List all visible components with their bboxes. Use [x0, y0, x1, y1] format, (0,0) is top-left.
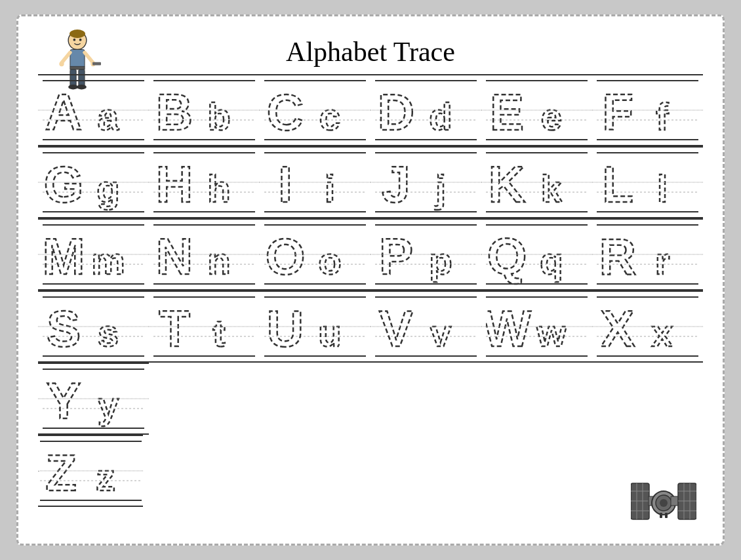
svg-point-12: [59, 62, 64, 66]
svg-text:g: g: [96, 167, 119, 210]
letter-cell-p: Pp: [370, 218, 481, 290]
svg-text:L: L: [602, 155, 633, 213]
svg-text:r: r: [655, 239, 670, 282]
svg-text:o: o: [318, 239, 341, 282]
svg-rect-155: [660, 513, 662, 518]
letter-cell-d: Dd: [370, 74, 481, 146]
svg-text:Q: Q: [487, 228, 527, 285]
svg-text:A: A: [45, 83, 82, 141]
svg-text:s: s: [98, 311, 119, 354]
svg-text:c: c: [319, 95, 340, 138]
letter-cell-l: Ll: [592, 146, 703, 218]
letter-cell-j: Jj: [370, 146, 481, 218]
svg-text:m: m: [91, 239, 125, 282]
letter-cell-b: Bb: [149, 74, 260, 146]
svg-rect-157: [671, 496, 679, 506]
letter-cell-t: Tt: [149, 290, 260, 363]
svg-text:d: d: [429, 95, 452, 138]
svg-point-2: [73, 39, 76, 41]
svg-text:E: E: [490, 83, 524, 141]
letter-cell-s: Ss: [38, 290, 149, 363]
worksheet-page: Alphabet Trace AaBbCcDdEeFfGgHhIiJjKkLlM…: [16, 14, 725, 546]
svg-text:e: e: [541, 95, 562, 138]
svg-text:V: V: [379, 300, 413, 357]
letter-cell-e: Ee: [481, 74, 592, 146]
letter-cell-m: Mm: [38, 218, 149, 290]
svg-text:j: j: [435, 167, 446, 210]
svg-text:B: B: [156, 83, 193, 141]
alphabet-grid: AaBbCcDdEeFfGgHhIiJjKkLlMmNnOoPpQqRrSsTt…: [38, 74, 703, 435]
svg-text:h: h: [207, 167, 230, 210]
letter-cell-w: Ww: [481, 290, 592, 363]
svg-text:q: q: [540, 239, 563, 282]
letter-cell-y: Yy: [38, 363, 149, 435]
letter-cell-k: Kk: [481, 146, 592, 218]
svg-text:U: U: [267, 300, 304, 357]
letter-cell-v: Vv: [370, 290, 481, 363]
letter-cell-i: Ii: [260, 146, 370, 218]
letter-cell-n: Nn: [149, 218, 260, 290]
svg-text:b: b: [207, 95, 230, 138]
svg-rect-156: [665, 513, 668, 518]
svg-text:u: u: [318, 311, 341, 354]
letter-cell-f: Ff: [592, 74, 703, 146]
letter-cell-u: Uu: [260, 290, 370, 363]
letter-cell-x: Xx: [592, 290, 703, 363]
svg-text:X: X: [601, 300, 635, 357]
svg-text:C: C: [267, 83, 304, 141]
svg-point-154: [660, 499, 668, 507]
svg-text:z: z: [96, 456, 115, 498]
svg-text:k: k: [541, 167, 563, 210]
letter-cell-r: Rr: [592, 218, 703, 290]
svg-point-1: [70, 30, 85, 38]
svg-text:x: x: [652, 311, 673, 354]
svg-text:t: t: [212, 311, 225, 354]
svg-text:K: K: [489, 155, 525, 213]
letter-cell-g: Gg: [38, 146, 149, 218]
letter-cell-o: Oo: [260, 218, 370, 290]
svg-text:W: W: [486, 300, 531, 357]
svg-text:a: a: [98, 95, 119, 138]
svg-text:P: P: [379, 228, 413, 285]
svg-text:I: I: [278, 155, 292, 213]
svg-text:i: i: [325, 167, 335, 210]
svg-text:p: p: [429, 239, 452, 282]
letter-cell-c: Cc: [260, 74, 370, 146]
letter-cell-q: Qq: [481, 218, 592, 290]
svg-text:T: T: [159, 300, 190, 357]
svg-line-10: [62, 52, 70, 63]
svg-text:n: n: [207, 239, 230, 282]
svg-text:N: N: [156, 228, 193, 285]
letter-cell-z: Zz: [38, 435, 143, 507]
page-title: Alphabet Trace: [38, 36, 703, 68]
svg-text:y: y: [98, 384, 119, 426]
tie-fighter-icon: [631, 478, 696, 530]
svg-text:l: l: [657, 167, 668, 210]
svg-text:M: M: [43, 228, 85, 285]
svg-text:S: S: [47, 300, 81, 357]
svg-text:Y: Y: [47, 372, 81, 430]
svg-text:G: G: [44, 155, 84, 213]
svg-text:O: O: [266, 228, 306, 285]
svg-rect-14: [92, 62, 101, 66]
svg-rect-4: [70, 49, 85, 68]
svg-point-3: [79, 39, 82, 41]
svg-text:v: v: [430, 311, 451, 354]
svg-text:H: H: [156, 155, 193, 213]
svg-rect-5: [70, 66, 85, 70]
svg-text:J: J: [382, 155, 410, 213]
letter-cell-h: Hh: [149, 146, 260, 218]
svg-text:w: w: [536, 311, 567, 354]
svg-line-11: [85, 52, 93, 63]
letter-cell-a: Aa: [38, 74, 149, 146]
svg-text:Z: Z: [45, 444, 77, 502]
svg-text:f: f: [656, 95, 669, 138]
svg-text:F: F: [602, 83, 633, 141]
svg-text:R: R: [599, 228, 636, 285]
svg-text:D: D: [378, 83, 414, 141]
last-row: Zz: [38, 435, 703, 507]
